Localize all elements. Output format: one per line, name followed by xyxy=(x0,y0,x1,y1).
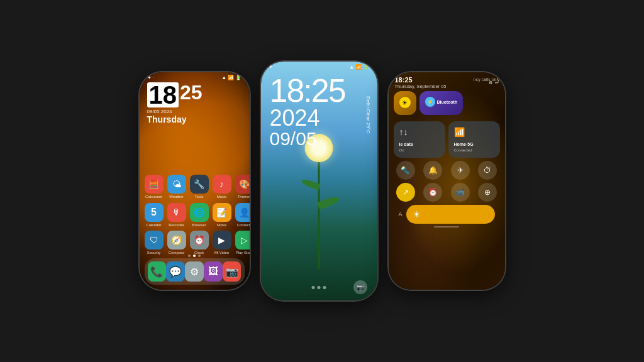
app-grid: 🧮 Calculator 🌤 Weather 🔧 Tools ♪ Music 🎨… xyxy=(145,175,245,255)
dock-messages[interactable]: 💬 xyxy=(166,261,185,282)
cc-brightness-control[interactable]: A ☀ xyxy=(399,205,495,224)
app-play-store[interactable]: ▷ Play Store xyxy=(235,231,250,255)
cc-row-4: ↗ ⏰ 📹 ⊕ xyxy=(394,183,500,202)
phone2-status-bar: ✦ ▲ 📶 🔋 xyxy=(261,62,377,72)
font-size-label: A xyxy=(399,211,402,217)
cc-row-1: ☀ ⚡ Bluetooth xyxy=(394,91,500,118)
page-dot-1 xyxy=(188,255,191,257)
phone1-day: Thursday xyxy=(147,114,203,124)
phone-1: ✦ · ▲ 📶 🔋 18 25 09/05 2024 Thursday 🧮 Ca… xyxy=(140,72,250,290)
phone3-status-left: 18:25 Thursday, September 05 xyxy=(395,76,447,89)
location-icon: ☀ xyxy=(399,97,411,108)
brightness-bar[interactable]: ☀ xyxy=(406,205,495,224)
app-calendar[interactable]: 5 Calendar xyxy=(145,203,164,228)
phone3-status: 18:25 Thursday, September 05 ⚙ ✏ xyxy=(395,76,499,89)
cc-tile-wifi[interactable]: 📶 Home-5G Connected xyxy=(448,121,500,158)
cc-hotspot-button[interactable]: ↗ xyxy=(396,183,415,202)
app-browser[interactable]: 🌐 Browser xyxy=(190,203,209,228)
phone1-minute: 25 xyxy=(180,82,203,107)
app-contacts[interactable]: 👤 Contacts xyxy=(235,203,250,228)
cc-alarm-button[interactable]: ⏰ xyxy=(423,183,442,202)
phone2-clock: 18:25 2024 09/05 xyxy=(270,74,345,148)
cc-airplane-button[interactable]: ✈ xyxy=(451,161,470,180)
app-weather[interactable]: 🌤 Weather xyxy=(167,175,186,199)
data-sublabel: On xyxy=(399,148,440,152)
phone2-flower-illustration xyxy=(287,131,350,269)
app-clock[interactable]: ⏰ Clock xyxy=(190,231,209,255)
app-themes[interactable]: 🎨 Themes xyxy=(235,175,250,199)
phone1-date: 09/05 2024 xyxy=(147,109,203,114)
cc-more-button[interactable]: ⊕ xyxy=(478,183,497,202)
phone1-dock: 📞 💬 ⚙ 🖼 📷 xyxy=(145,258,245,285)
phone1-hour: 18 xyxy=(147,82,179,107)
phone1-status-bar: ✦ · ▲ 📶 🔋 xyxy=(140,72,250,83)
phone2-status-icons: ▲ 📶 🔋 xyxy=(349,64,369,70)
app-music[interactable]: ♪ Music xyxy=(213,175,231,199)
phone3-time: 18:25 xyxy=(395,76,447,84)
app-compass[interactable]: 🧭 Compass xyxy=(167,231,186,255)
wifi-label: Home-5G xyxy=(454,142,474,146)
phone3-gear-icon[interactable]: ⚙ xyxy=(489,80,492,85)
cc-tile-location[interactable]: ☀ xyxy=(394,91,416,115)
app-tools[interactable]: 🔧 Tools xyxy=(190,175,209,199)
cc-tile-bluetooth[interactable]: ⚡ Bluetooth xyxy=(419,91,464,115)
phone3-status-icons: ⚙ ✏ xyxy=(489,80,499,85)
phone2-time: 18:25 xyxy=(270,74,345,107)
cc-video-button[interactable]: 📹 xyxy=(451,183,470,202)
cc-bottom-line xyxy=(434,226,459,228)
page-dot-2 xyxy=(193,255,196,257)
brightness-icon: ☀ xyxy=(413,209,421,219)
phone1-clock: 18 25 09/05 2024 Thursday xyxy=(147,82,203,124)
dock-camera[interactable]: 📷 xyxy=(223,261,242,282)
phone2-weather: Delhi Clear 29°C xyxy=(365,96,371,134)
cc-tile-data[interactable]: ↑↓ le data On xyxy=(394,121,445,158)
page-dot-3 xyxy=(198,255,201,257)
app-mi-video[interactable]: ▶ Mi Video xyxy=(213,231,231,255)
app-security[interactable]: 🛡 Security xyxy=(145,231,164,255)
phone2-bluetooth: ✦ xyxy=(269,64,273,70)
app-recorder[interactable]: 🎙 Recorder xyxy=(167,203,186,228)
phone3-date: Thursday, September 05 xyxy=(395,84,447,89)
app-calculator[interactable]: 🧮 Calculator xyxy=(145,175,164,199)
phone-3: ncy calls only 18:25 Thursday, September… xyxy=(389,72,505,290)
phone2-year: 2024 xyxy=(270,107,345,129)
phone3-edit-icon[interactable]: ✏ xyxy=(495,80,499,85)
dock-gallery[interactable]: 🖼 xyxy=(204,261,223,282)
status-icons: ▲ 📶 🔋 xyxy=(221,75,242,80)
dock-phone[interactable]: 📞 xyxy=(148,261,167,282)
cc-flashlight-button[interactable]: 🔦 xyxy=(396,161,415,180)
dock-settings[interactable]: ⚙ xyxy=(185,261,204,282)
cc-timer-button[interactable]: ⏱ xyxy=(478,161,497,180)
bluetooth-icon: ✦ · xyxy=(147,75,154,80)
cc-row-2: ↑↓ le data On 📶 Home-5G Connected xyxy=(394,121,500,158)
app-notes[interactable]: 📝 Notes xyxy=(213,203,231,228)
cc-grid: ☀ ⚡ Bluetooth xyxy=(394,91,500,228)
cc-row-3: 🔦 🔔 ✈ ⏱ xyxy=(394,161,500,180)
phone2-camera-button[interactable]: 📷 xyxy=(353,280,367,294)
page-dots xyxy=(188,255,201,257)
phone-2: ✦ ▲ 📶 🔋 18:25 2024 09/05 Delhi Clear 29°… xyxy=(261,62,377,300)
data-label: le data xyxy=(399,142,413,146)
phone2-date: 09/05 xyxy=(270,129,345,148)
bluetooth-icon: ⚡ xyxy=(425,97,435,107)
cc-notification-button[interactable]: 🔔 xyxy=(423,161,442,180)
bluetooth-label: Bluetooth xyxy=(437,100,458,104)
phone2-dots xyxy=(312,286,326,289)
wifi-sublabel: Connected xyxy=(454,148,494,152)
